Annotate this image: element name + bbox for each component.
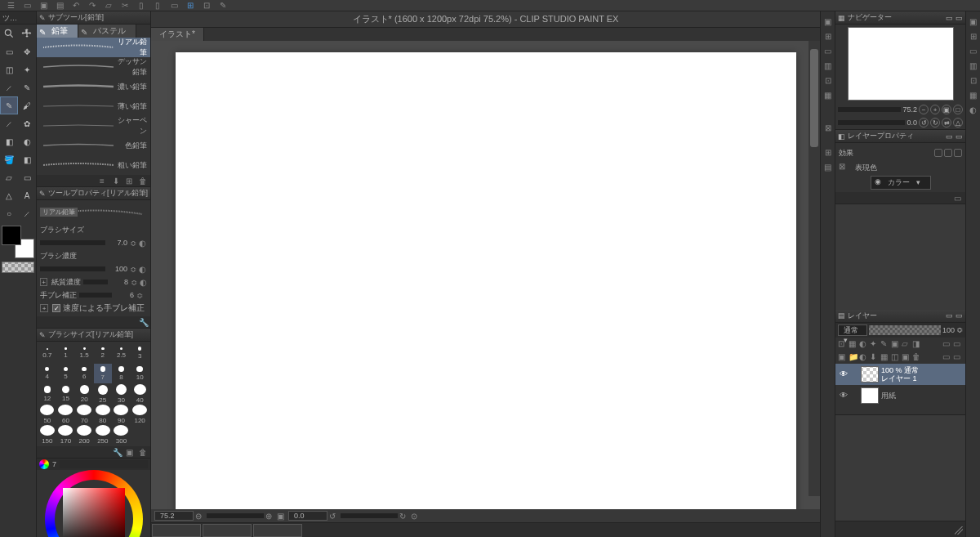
stepper-icon[interactable]: ≎ [130,264,136,274]
brush-dark[interactable]: 濃い鉛筆 [37,77,150,96]
rotate-left-icon[interactable]: ↺ [919,118,929,128]
pencil-tool[interactable]: ✎ [0,96,18,114]
panel-icon[interactable]: ▭ [946,311,953,320]
menu-icon[interactable]: ☰ [5,1,16,11]
tab-pencil[interactable]: ✎鉛筆 [37,25,78,38]
fill-tool[interactable]: 🪣 [0,150,18,168]
color-wheel-tab[interactable] [39,459,49,469]
link-icon[interactable]: ⊠ [839,162,850,173]
q-access-icon[interactable]: ⊞ [822,29,835,43]
add-icon[interactable]: ▣ [126,448,134,456]
brush-size-50[interactable]: 50 [38,405,56,424]
brush-size-40[interactable]: 40 [131,384,149,404]
panel-icon[interactable]: ▭ [942,352,952,362]
menu-icon[interactable]: ≡ [100,177,108,185]
navigator-thumbnail[interactable] [848,27,954,101]
brush-mech[interactable]: シャーペン [37,116,150,136]
brush-size-200[interactable]: 200 [75,425,93,445]
canvas-viewport[interactable] [151,41,820,509]
text-tool[interactable]: A [18,186,36,204]
brush-rough[interactable]: 粗い鉛筆 [37,155,150,175]
brush-size-20[interactable]: 20 [75,384,93,404]
reset-icon[interactable]: △ [953,118,963,128]
ref-icon[interactable]: ✦ [870,339,880,349]
color-slider[interactable] [60,460,148,468]
stepper-icon[interactable]: ≎ [956,325,963,334]
mask-icon[interactable]: ▣ [891,339,901,349]
decoration-tool[interactable]: ✿ [18,114,36,132]
q-access-icon[interactable]: ▭ [822,44,835,57]
transparent-color[interactable] [2,262,34,273]
brush-light[interactable]: 薄い鉛筆 [37,96,150,116]
wrench-icon[interactable]: 🔧 [139,318,147,326]
draft-icon[interactable]: ✎ [880,339,890,349]
cut-icon[interactable]: ✂ [119,1,131,11]
opacity-slider[interactable] [869,325,941,335]
q-access-icon[interactable]: ⊞ [822,145,835,159]
color-square[interactable] [63,488,125,537]
layer-move-tool[interactable]: ✥ [18,43,36,60]
brush-size-3[interactable]: 3 [131,343,149,363]
brush-size-70[interactable]: 70 [75,405,93,424]
q-access-icon[interactable]: ▤ [822,160,835,173]
q-access-icon[interactable]: ⊠ [822,121,835,134]
fg-color[interactable] [2,226,21,245]
brush-color[interactable]: 色鉛筆 [37,136,150,155]
speed-checkbox[interactable]: ✓ [52,304,60,312]
brush-size-2[interactable]: 2 [94,343,112,363]
brush-size-0.7[interactable]: 0.7 [38,343,56,363]
brush-size-6[interactable]: 6 [75,364,93,383]
blend-tool[interactable]: ◐ [18,132,36,150]
tab-pastel[interactable]: ✎パステル [78,25,136,38]
brush-real-pencil[interactable]: リアル鉛筆 [37,38,150,57]
layer-item[interactable]: 👁 100 % 通常レイヤー 1 [835,364,965,385]
mat-icon[interactable]: ▦ [967,88,980,101]
snap-icon[interactable]: ⊡ [201,1,212,11]
ruler-icon[interactable]: ▭ [168,1,180,11]
stabilize-value[interactable]: 6 [114,291,134,299]
clear-icon[interactable]: ▱ [103,1,114,11]
canvas[interactable] [176,52,796,509]
flip-h-icon[interactable]: ⇄ [942,118,951,128]
link-icon[interactable]: ◐ [140,278,147,287]
stepper-icon[interactable]: ≎ [130,238,136,248]
brush-tool[interactable]: 🖌 [18,96,36,114]
edit-icon[interactable]: ✎ [217,1,229,11]
trash-icon[interactable]: 🗑 [139,177,147,185]
item-tab[interactable] [253,524,302,537]
q-access-icon[interactable]: ▦ [822,88,835,101]
color-mode-select[interactable]: ◉カラー▾ [871,176,931,190]
density-value[interactable]: 100 [108,265,127,273]
window-resizer[interactable] [835,521,965,537]
brush-size-4[interactable]: 4 [38,364,56,383]
grid-icon[interactable]: ⊞ [185,1,196,11]
brush-size-25[interactable]: 25 [94,384,112,404]
zoom-in-icon[interactable]: ⊕ [265,512,275,521]
layer-thumbnail[interactable] [861,387,879,404]
redo-icon[interactable]: ↷ [87,1,98,11]
rotate-left-icon[interactable]: ↺ [329,512,339,521]
open-icon[interactable]: ▣ [38,1,49,11]
layer-color-icon[interactable]: ▭ [953,339,963,349]
opacity-value[interactable]: 100 [942,326,955,334]
vertical-scrollbar[interactable] [808,41,820,496]
correct-line-tool[interactable]: ⟋ [18,204,36,222]
brush-size-90[interactable]: 90 [113,405,131,424]
expand-icon[interactable]: + [40,278,47,286]
panel-icon[interactable]: ▭ [956,132,963,141]
zoom-input[interactable]: 75.2 [154,511,194,521]
stabilize-slider[interactable] [79,293,112,298]
rotate-input[interactable]: 0.0 [288,511,327,521]
new-layer-icon[interactable]: ▣ [838,352,848,362]
download-icon[interactable]: ⬇ [113,177,121,185]
wrench-icon[interactable]: 🔧 [113,448,121,456]
rotate-slider[interactable] [341,513,398,518]
fit-icon[interactable]: ▣ [277,512,287,521]
nav-zoom-value[interactable]: 75.2 [902,105,917,114]
rotate-right-icon[interactable]: ↻ [930,118,940,128]
brush-size-5[interactable]: 5 [57,364,75,383]
visibility-icon[interactable]: 👁 [838,391,849,400]
brush-size-80[interactable]: 80 [94,405,112,424]
ruler-tool[interactable]: △ [0,186,18,204]
rotate-right-icon[interactable]: ↻ [399,512,409,521]
